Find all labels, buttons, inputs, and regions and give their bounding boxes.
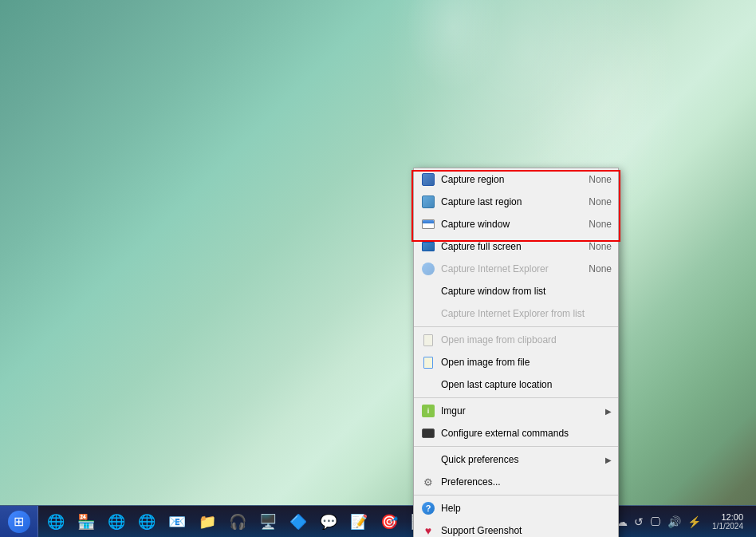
menu-label-capture-window: Capture window — [441, 219, 582, 230]
menu-shortcut-capture-fullscreen: None — [589, 241, 612, 252]
help-icon: ? — [420, 500, 436, 516]
taskbar: ⊞ 🌐 🏪 🌐 🌐 📧 📁 🎧 🖥️ 🔷 💬 📝 🎯 📊 ☁ ↺ 🖵 🔊 ⚡ 1… — [0, 505, 756, 537]
menu-shortcut-capture-last-region: None — [589, 196, 612, 207]
menu-label-quick-prefs: Quick preferences — [441, 454, 605, 465]
capture-window-list-icon — [420, 283, 436, 299]
last-region-icon — [420, 194, 436, 210]
heart-icon: ♥ — [420, 523, 436, 537]
menu-item-preferences[interactable]: ⚙ Preferences... — [414, 471, 618, 493]
menu-label-capture-ie-list: Capture Internet Explorer from list — [441, 308, 612, 319]
menu-item-capture-window-list[interactable]: Capture window from list — [414, 280, 618, 302]
menu-label-open-file: Open image from file — [441, 357, 612, 368]
time-display: 12:00 — [712, 512, 743, 522]
menu-item-capture-fullscreen[interactable]: Capture full screen None — [414, 235, 618, 258]
menu-label-capture-fullscreen: Capture full screen — [441, 241, 582, 252]
menu-label-open-clipboard: Open image from clipboard — [441, 334, 612, 345]
taskbar-folder[interactable]: 📁 — [193, 509, 222, 535]
imgur-icon: i — [420, 403, 436, 419]
clipboard-icon — [420, 332, 436, 348]
menu-label-capture-ie: Capture Internet Explorer — [441, 263, 582, 274]
menu-item-capture-ie: Capture Internet Explorer None — [414, 258, 618, 280]
date-display: 1/1/2024 — [712, 522, 743, 531]
taskbar-monitor[interactable]: 🖥️ — [254, 509, 282, 535]
volume-icon: 🔊 — [666, 514, 683, 530]
taskbar-store[interactable]: 🏪 — [72, 509, 100, 535]
windows-logo-icon: ⊞ — [8, 511, 30, 533]
taskbar-edge[interactable]: 🌐 — [41, 509, 70, 535]
separator-2 — [414, 397, 618, 398]
ie-icon — [420, 261, 436, 277]
taskbar-system-tray: ☁ ↺ 🖵 🔊 ⚡ 12:00 1/1/2024 — [608, 506, 756, 537]
file-icon — [420, 354, 436, 370]
menu-label-open-last: Open last capture location — [441, 379, 612, 390]
sync-icon: ↺ — [632, 514, 645, 530]
menu-item-open-file[interactable]: Open image from file — [414, 351, 618, 373]
menu-label-capture-region: Capture region — [441, 174, 582, 185]
taskbar-app7[interactable]: 🎯 — [375, 509, 404, 535]
menu-item-support[interactable]: ♥ Support Greenshot — [414, 519, 618, 537]
menu-item-open-last[interactable]: Open last capture location — [414, 373, 618, 396]
menu-label-preferences: Preferences... — [441, 476, 612, 488]
menu-item-capture-ie-list: Capture Internet Explorer from list — [414, 302, 618, 325]
menu-item-imgur[interactable]: i Imgur ▶ — [414, 400, 618, 422]
taskbar-browser[interactable]: 🌐 — [132, 509, 161, 535]
desktop: Capture region None Capture last region … — [0, 0, 756, 537]
menu-item-quick-prefs[interactable]: Quick preferences ▶ — [414, 448, 618, 471]
taskbar-mail[interactable]: 📧 — [163, 509, 191, 535]
menu-shortcut-capture-window: None — [589, 219, 612, 230]
start-button[interactable]: ⊞ — [0, 506, 38, 538]
context-menu: Capture region None Capture last region … — [413, 168, 619, 537]
taskbar-clock: 12:00 1/1/2024 — [706, 512, 750, 531]
menu-shortcut-capture-ie: None — [589, 263, 612, 274]
window-icon — [420, 216, 436, 232]
menu-label-help: Help — [441, 503, 612, 514]
open-last-icon — [420, 377, 436, 393]
display-icon: 🖵 — [648, 514, 663, 530]
menu-label-capture-last-region: Capture last region — [441, 196, 582, 207]
menu-label-capture-window-list: Capture window from list — [441, 286, 612, 297]
separator-3 — [414, 446, 618, 447]
menu-item-help[interactable]: ? Help — [414, 497, 618, 519]
imgur-submenu-arrow: ▶ — [605, 407, 612, 416]
taskbar-edge2[interactable]: 🌐 — [102, 509, 131, 535]
menu-item-capture-last-region[interactable]: Capture last region None — [414, 191, 618, 213]
menu-label-imgur: Imgur — [441, 405, 605, 417]
fullscreen-icon — [420, 239, 436, 255]
separator-4 — [414, 495, 618, 496]
gear-icon: ⚙ — [420, 474, 436, 490]
menu-label-external-commands: Configure external commands — [441, 428, 612, 439]
menu-item-capture-region[interactable]: Capture region None — [414, 168, 618, 191]
taskbar-chat[interactable]: 💬 — [314, 509, 343, 535]
separator-1 — [414, 326, 618, 327]
taskbar-audio[interactable]: 🎧 — [223, 509, 252, 535]
taskbar-word[interactable]: 📝 — [345, 509, 373, 535]
quick-prefs-icon — [420, 452, 436, 468]
menu-item-external-commands[interactable]: Configure external commands — [414, 422, 618, 444]
battery-icon: ⚡ — [686, 514, 703, 530]
quick-prefs-submenu-arrow: ▶ — [605, 456, 612, 464]
taskbar-app5[interactable]: 🔷 — [284, 509, 313, 535]
menu-shortcut-capture-region: None — [589, 174, 612, 185]
menu-item-capture-window[interactable]: Capture window None — [414, 213, 618, 235]
menu-label-support: Support Greenshot — [441, 525, 612, 536]
terminal-icon — [420, 425, 436, 441]
menu-item-open-clipboard: Open image from clipboard — [414, 329, 618, 351]
region-icon — [420, 172, 436, 188]
capture-ie-list-icon — [420, 306, 436, 322]
